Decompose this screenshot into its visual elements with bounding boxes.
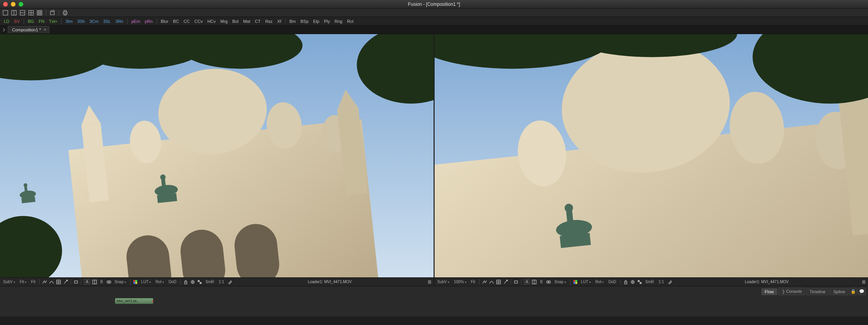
close-window-button[interactable] — [3, 2, 8, 7]
node-view-dots[interactable]: ● ● — [117, 303, 124, 304]
checker-icon[interactable] — [637, 279, 642, 285]
lock-icon[interactable] — [183, 279, 188, 285]
tool-bg[interactable]: BG — [26, 19, 36, 24]
checker-icon[interactable] — [197, 279, 202, 285]
print-icon[interactable] — [62, 10, 68, 16]
subview-dropdown[interactable]: SubV — [436, 279, 451, 284]
flow-panel[interactable]: Flow ❯ Console Timeline Spline 🔒 💬 MVI_4… — [0, 286, 868, 316]
ratio-button[interactable]: 1:1 — [217, 279, 226, 284]
loader-node[interactable]: MVI_4471.M... ● ● — [115, 298, 154, 304]
polyline-tool-icon[interactable] — [482, 279, 487, 285]
rectangle-tool-icon[interactable] — [73, 279, 79, 285]
lut-dropdown[interactable]: LUT — [580, 279, 592, 284]
wand-tool-icon[interactable] — [63, 279, 68, 285]
tool-blur[interactable]: Blur — [159, 19, 170, 24]
stereo-icon[interactable] — [106, 279, 112, 285]
tool-hcv[interactable]: HCv — [206, 19, 217, 24]
lock-icon[interactable] — [623, 279, 628, 285]
zoom-dropdown[interactable]: 100% — [452, 279, 468, 284]
polyline-tool-icon[interactable] — [42, 279, 47, 285]
wand-tool-icon[interactable] — [503, 279, 508, 285]
tool-pem[interactable]: pEm — [130, 19, 142, 24]
tool-rsz[interactable]: Rsz — [264, 19, 274, 24]
tool-ld[interactable]: LD — [2, 19, 11, 24]
tool-mat[interactable]: Mat — [242, 19, 252, 24]
controls-icon[interactable] — [630, 279, 635, 285]
dod-button[interactable]: DoD — [167, 279, 178, 284]
picker-icon[interactable] — [667, 279, 673, 285]
tool-bsp[interactable]: BSp — [299, 19, 310, 24]
roi-dropdown[interactable]: RoI — [154, 279, 166, 284]
tool-3cm[interactable]: 3Cm — [88, 19, 100, 24]
split-wipe-icon[interactable] — [92, 279, 97, 285]
smr-button[interactable]: SmR — [204, 279, 216, 284]
smr-button[interactable]: SmR — [644, 279, 656, 284]
tool-xf[interactable]: Xf — [276, 19, 283, 24]
fit-button[interactable]: Fit — [29, 279, 37, 284]
dod-button[interactable]: DoD — [607, 279, 618, 284]
snap-dropdown[interactable]: Snap — [113, 279, 128, 284]
menu-icon[interactable] — [427, 279, 432, 285]
tab-timeline[interactable]: Timeline — [806, 288, 829, 295]
layout-grid-icon[interactable] — [36, 10, 43, 16]
tool-3sh[interactable]: 3Sh — [76, 19, 86, 24]
stereo-icon[interactable] — [546, 279, 551, 285]
tool-rct[interactable]: Rct — [345, 19, 355, 24]
chevron-right-icon[interactable] — [2, 28, 6, 32]
tool-prn[interactable]: pRn — [143, 19, 154, 24]
a-buffer-button[interactable]: A — [84, 279, 90, 285]
tool-ply[interactable]: Ply — [323, 19, 331, 24]
viewer-a[interactable] — [0, 34, 434, 277]
lut-dropdown[interactable]: LUT — [140, 279, 152, 284]
color-swatch-icon[interactable] — [133, 279, 138, 285]
layout-quad-icon[interactable] — [28, 10, 34, 16]
rectangle-tool-icon[interactable] — [513, 279, 519, 285]
snap-dropdown[interactable]: Snap — [553, 279, 568, 284]
b-buffer-button[interactable]: B — [538, 279, 544, 284]
tab-console[interactable]: ❯ Console — [778, 288, 805, 295]
tab-flow[interactable]: Flow — [761, 288, 777, 295]
tool-ccv[interactable]: CCv — [193, 19, 204, 24]
tool-rng[interactable]: Rng — [333, 19, 344, 24]
bitmap-tool-icon[interactable] — [56, 279, 61, 285]
viewer-b[interactable] — [434, 34, 868, 277]
tool-bol[interactable]: Bol — [231, 19, 240, 24]
composition-tab[interactable]: Composition1 * ✕ — [8, 26, 49, 33]
tool-mrg[interactable]: Mrg — [219, 19, 229, 24]
bin-icon[interactable] — [49, 10, 55, 16]
zoom-window-button[interactable] — [19, 2, 23, 7]
tool-3sl[interactable]: 3SL — [102, 19, 112, 24]
subview-dropdown[interactable]: SubV — [2, 279, 17, 284]
bspline-tool-icon[interactable] — [49, 279, 54, 285]
layout-single-icon[interactable] — [2, 10, 9, 16]
layout-split-v-icon[interactable] — [19, 10, 26, 16]
tool-cc[interactable]: CC — [182, 19, 192, 24]
minimize-window-button[interactable] — [11, 2, 16, 7]
menu-icon[interactable] — [861, 279, 866, 285]
controls-icon[interactable] — [190, 279, 195, 285]
picker-icon[interactable] — [227, 279, 233, 285]
tab-spline[interactable]: Spline — [830, 288, 849, 295]
lock-panel-icon[interactable]: 🔒 — [849, 288, 857, 295]
split-wipe-icon[interactable] — [531, 279, 537, 285]
layout-split-h-icon[interactable] — [11, 10, 17, 16]
node-output-port[interactable] — [152, 300, 154, 303]
tool-fn[interactable]: FN — [37, 19, 46, 24]
tool-txtplus[interactable]: Txt+ — [47, 19, 59, 24]
tool-sv[interactable]: SV — [12, 19, 21, 24]
tool-elp[interactable]: Elp — [312, 19, 321, 24]
bspline-tool-icon[interactable] — [489, 279, 494, 285]
tool-bm[interactable]: Bm — [288, 19, 298, 24]
ratio-button[interactable]: 1:1 — [657, 279, 666, 284]
a-buffer-button[interactable]: A — [524, 279, 530, 285]
bitmap-tool-icon[interactable] — [496, 279, 501, 285]
b-buffer-button[interactable]: B — [99, 279, 105, 284]
tool-3rn[interactable]: 3Rn — [114, 19, 125, 24]
tool-bc[interactable]: BC — [171, 19, 180, 24]
fit-button[interactable]: Fit — [469, 279, 477, 284]
close-tab-icon[interactable]: ✕ — [43, 28, 47, 32]
tool-3im[interactable]: 3Im — [64, 19, 74, 24]
fit-dropdown[interactable]: Fit — [18, 279, 28, 284]
color-swatch-icon[interactable] — [573, 279, 578, 285]
chat-panel-icon[interactable]: 💬 — [858, 288, 866, 295]
